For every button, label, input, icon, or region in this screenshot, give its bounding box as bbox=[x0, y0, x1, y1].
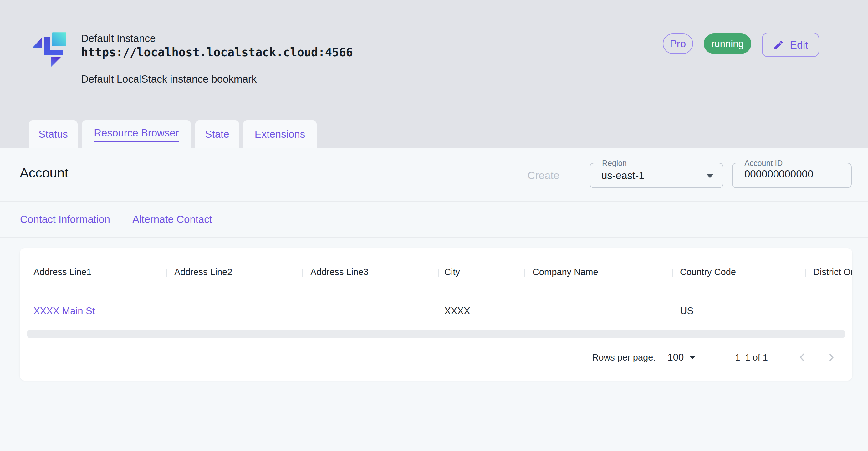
account-id-field[interactable]: Account ID bbox=[732, 163, 852, 188]
column-header-address-line3[interactable]: Address Line3 bbox=[310, 267, 431, 279]
status-badge-label: running bbox=[711, 38, 743, 50]
tab-state-label: State bbox=[205, 128, 229, 140]
localstack-logo bbox=[30, 31, 67, 69]
pro-badge-label: Pro bbox=[670, 38, 686, 50]
instance-description: Default LocalStack instance bookmark bbox=[81, 73, 256, 85]
column-header-address-line2[interactable]: Address Line2 bbox=[174, 267, 295, 279]
instance-title: Default Instance bbox=[81, 33, 156, 44]
subtab-contact-information[interactable]: Contact Information bbox=[20, 213, 110, 229]
column-header-district[interactable]: District Or bbox=[813, 267, 852, 279]
cell-address-line1-link[interactable]: XXXX Main St bbox=[33, 305, 95, 317]
pencil-icon bbox=[773, 39, 784, 51]
column-divider bbox=[438, 269, 439, 277]
column-divider bbox=[805, 269, 806, 277]
table-header-divider bbox=[20, 293, 852, 293]
chevron-left-icon bbox=[796, 352, 808, 363]
account-id-label: Account ID bbox=[741, 158, 786, 168]
tab-extensions-label: Extensions bbox=[255, 128, 305, 140]
table-footer-divider bbox=[20, 339, 852, 340]
horizontal-scrollbar[interactable] bbox=[27, 330, 845, 338]
tab-status-label: Status bbox=[38, 128, 68, 140]
rows-per-page-select[interactable]: 100 bbox=[668, 352, 684, 363]
caret-down-icon bbox=[707, 174, 713, 178]
tab-state[interactable]: State bbox=[195, 120, 239, 148]
subtab-alternate-contact[interactable]: Alternate Contact bbox=[132, 213, 212, 226]
caret-down-icon[interactable] bbox=[689, 356, 695, 359]
cell-city: XXXX bbox=[444, 305, 470, 317]
edit-button-label: Edit bbox=[790, 39, 808, 51]
column-divider bbox=[672, 269, 673, 277]
tab-extensions[interactable]: Extensions bbox=[243, 120, 317, 148]
create-button[interactable]: Create bbox=[528, 170, 559, 182]
account-id-input[interactable] bbox=[744, 168, 842, 180]
localstack-instance-page: Default Instance https://localhost.local… bbox=[0, 0, 868, 451]
column-header-address-line1[interactable]: Address Line1 bbox=[33, 267, 159, 279]
region-select-value: us-east-1 bbox=[601, 163, 645, 187]
pagination-range: 1–1 of 1 bbox=[735, 353, 768, 363]
tab-status[interactable]: Status bbox=[29, 120, 78, 148]
tab-resource-browser[interactable]: Resource Browser bbox=[82, 120, 191, 148]
divider bbox=[0, 201, 868, 202]
edit-button[interactable]: Edit bbox=[762, 33, 819, 57]
divider bbox=[0, 237, 868, 238]
previous-page-button[interactable] bbox=[796, 351, 809, 364]
toolbar-divider bbox=[580, 163, 580, 188]
instance-endpoint-url: https://localhost.localstack.cloud:4566 bbox=[81, 46, 353, 59]
contact-information-table-card: Address Line1 Address Line2 Address Line… bbox=[20, 248, 852, 381]
column-header-company-name[interactable]: Company Name bbox=[533, 267, 664, 279]
rows-per-page-label: Rows per page: bbox=[592, 353, 655, 363]
pro-badge: Pro bbox=[663, 33, 693, 54]
cell-country-code: US bbox=[680, 305, 693, 317]
table-pagination: Rows per page: 100 1–1 of 1 bbox=[592, 348, 837, 367]
column-divider bbox=[302, 269, 303, 277]
chevron-right-icon bbox=[825, 352, 837, 363]
resource-browser-panel: Account Create Region us-east-1 Account … bbox=[0, 148, 868, 451]
column-header-city[interactable]: City bbox=[444, 267, 516, 279]
region-select[interactable]: Region us-east-1 bbox=[590, 163, 723, 188]
column-header-country-code[interactable]: Country Code bbox=[680, 267, 797, 279]
status-badge: running bbox=[704, 33, 751, 54]
page-title: Account bbox=[20, 165, 68, 181]
next-page-button[interactable] bbox=[825, 351, 837, 364]
column-divider bbox=[524, 269, 525, 277]
tab-resource-browser-label: Resource Browser bbox=[94, 127, 179, 142]
column-divider bbox=[166, 269, 167, 277]
